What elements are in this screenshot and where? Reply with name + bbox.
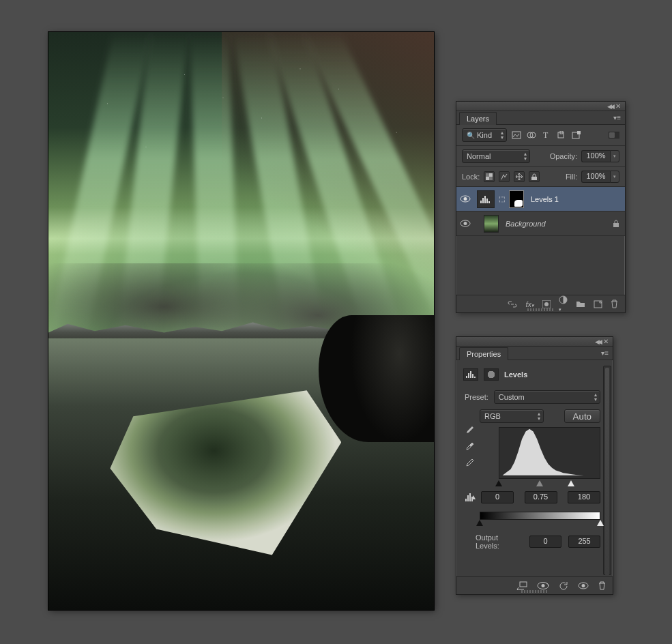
visibility-toggle[interactable] [456, 220, 474, 227]
chevron-updown-icon: ▴▾ [501, 130, 503, 140]
adjustment-thumbnail[interactable] [477, 190, 495, 208]
collapse-icon[interactable]: ◀◀ [607, 103, 614, 110]
opacity-input[interactable]: 100% [581, 150, 610, 162]
resize-grip[interactable] [521, 590, 549, 593]
eyedropper-white-icon[interactable] [465, 458, 476, 469]
properties-panel: ◀◀ ✕ Properties ▾≡ Levels Preset: Custom… [456, 336, 613, 595]
mask-icon[interactable] [484, 368, 499, 381]
opacity-scrubber[interactable]: ▾ [610, 150, 619, 162]
toggle-visibility-icon[interactable] [578, 582, 589, 589]
visibility-toggle[interactable] [456, 195, 474, 203]
clip-warning-icon[interactable] [465, 493, 478, 502]
trash-icon[interactable] [598, 581, 606, 590]
layer-mask-thumbnail[interactable] [509, 190, 524, 208]
reset-icon[interactable] [559, 581, 568, 590]
svg-rect-23 [520, 582, 527, 587]
input-slider-track[interactable] [499, 480, 600, 487]
lock-icon [613, 220, 619, 228]
chevron-down-icon: ▾ [613, 153, 616, 159]
svg-text:T: T [543, 131, 549, 139]
search-icon: 🔍 [467, 132, 475, 139]
input-black-field[interactable]: 0 [481, 491, 514, 503]
eye-icon [460, 195, 471, 203]
filter-type-icon[interactable]: T [541, 130, 552, 141]
lock-position-icon[interactable] [514, 171, 525, 182]
chevron-updown-icon: ▴▾ [538, 411, 540, 421]
filter-shape-icon[interactable] [556, 130, 567, 141]
lock-transparency-icon[interactable] [484, 171, 495, 182]
filter-toggle-switch[interactable] [609, 130, 619, 141]
tab-label: Properties [467, 350, 501, 358]
fill-label: Fill: [566, 173, 577, 181]
opacity-label: Opacity: [550, 152, 577, 160]
layer-name[interactable]: Levels 1 [524, 195, 559, 203]
resize-grip[interactable] [527, 308, 555, 311]
input-white-slider[interactable] [568, 480, 574, 486]
lock-all-icon[interactable] [529, 171, 540, 182]
layer-row[interactable]: Background [456, 211, 625, 236]
properties-footer [456, 576, 613, 594]
layer-name[interactable]: Background [499, 220, 546, 228]
svg-point-15 [464, 197, 467, 201]
close-icon[interactable]: ✕ [614, 102, 622, 110]
blend-mode-dropdown[interactable]: Normal ▴▾ [462, 149, 530, 163]
channel-dropdown[interactable]: RGB ▴▾ [480, 409, 544, 423]
close-icon[interactable]: ✕ [602, 338, 610, 345]
output-slider-track[interactable] [480, 520, 600, 527]
fx-icon[interactable]: fx▾ [525, 300, 534, 308]
collapse-icon[interactable]: ◀◀ [595, 338, 602, 345]
output-white-field[interactable]: 255 [568, 536, 600, 548]
adjustment-icon[interactable] [463, 368, 478, 381]
tab-layers[interactable]: Layers [459, 112, 497, 125]
view-previous-icon[interactable] [537, 582, 549, 589]
blend-mode-value: Normal [467, 152, 491, 160]
output-black-slider[interactable] [476, 520, 483, 526]
eyedropper-gray-icon[interactable] [465, 442, 476, 453]
filter-pixel-icon[interactable] [511, 130, 522, 141]
clip-to-layer-icon[interactable] [516, 581, 527, 590]
svg-point-25 [542, 584, 545, 587]
new-group-icon[interactable] [576, 300, 585, 308]
input-white-field[interactable]: 180 [568, 491, 600, 503]
svg-point-27 [582, 584, 585, 587]
tab-label: Layers [467, 115, 489, 123]
svg-rect-9 [609, 132, 615, 138]
link-icon[interactable]: ⬚ [497, 195, 506, 203]
svg-rect-11 [486, 173, 489, 177]
layer-thumbnail[interactable] [484, 215, 499, 233]
input-gamma-field[interactable]: 0.75 [525, 491, 557, 503]
trash-icon[interactable] [611, 299, 618, 308]
filter-smartobject-icon[interactable] [571, 130, 582, 141]
new-layer-icon[interactable] [594, 300, 602, 308]
input-gamma-slider[interactable] [536, 480, 543, 486]
layer-row[interactable]: ⬚ Levels 1 [456, 187, 625, 211]
link-layers-icon[interactable] [508, 301, 517, 308]
new-adjustment-icon[interactable]: ▾ [559, 295, 568, 312]
output-gradient [480, 512, 600, 520]
lock-pixels-icon[interactable] [499, 171, 510, 182]
output-levels-label: Output Levels: [476, 533, 523, 550]
input-black-slider[interactable] [495, 480, 502, 486]
svg-rect-12 [489, 177, 493, 180]
svg-point-17 [464, 222, 467, 225]
output-black-field[interactable]: 0 [529, 536, 561, 548]
filter-kind-label: Kind [477, 131, 492, 139]
document-canvas[interactable] [48, 32, 434, 610]
panel-titlebar[interactable]: ◀◀ ✕ [456, 102, 625, 111]
tab-properties[interactable]: Properties [459, 347, 508, 360]
output-white-slider[interactable] [597, 520, 604, 526]
scrollbar[interactable] [603, 366, 611, 575]
fill-input[interactable]: 100% [581, 171, 610, 183]
adjustment-title: Levels [504, 370, 527, 379]
preset-dropdown[interactable]: Custom ▴▾ [494, 390, 600, 404]
filter-adjustment-icon[interactable] [526, 130, 537, 141]
panel-titlebar[interactable]: ◀◀ ✕ [456, 337, 613, 347]
panel-menu-button[interactable]: ▾≡ [609, 111, 625, 124]
eyedropper-black-icon[interactable] [465, 426, 476, 437]
preset-label: Preset: [465, 393, 488, 401]
fill-scrubber[interactable]: ▾ [610, 171, 619, 183]
filter-kind-dropdown[interactable]: 🔍 Kind ▴▾ [462, 128, 507, 142]
panel-menu-button[interactable]: ▾≡ [597, 347, 613, 360]
auto-button[interactable]: Auto [564, 409, 600, 423]
add-mask-icon[interactable] [542, 300, 551, 308]
